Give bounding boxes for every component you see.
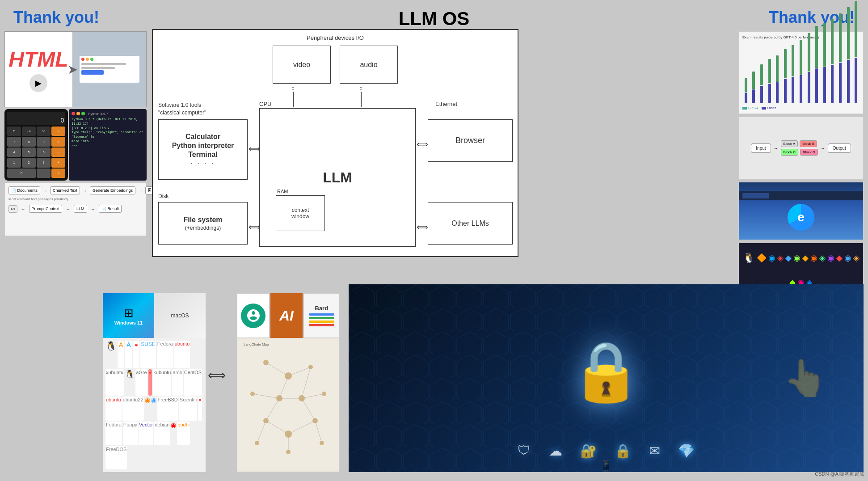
llm-box-small: LLM — [74, 205, 87, 213]
svg-point-25 — [322, 392, 326, 396]
svg-point-24 — [250, 392, 255, 396]
node3: Block C — [781, 149, 799, 156]
svg-point-23 — [286, 450, 291, 454]
rag-diagram: 📄 Documents → Chunked Text → Generate Em… — [4, 182, 147, 236]
dots-item: · · · · — [190, 160, 215, 167]
green-bar-10 — [823, 23, 826, 67]
disk-label: Disk — [158, 193, 169, 199]
llm-to-other-llms-arrow: ⟺ — [417, 222, 428, 232]
terminal-display: Python 3.6.7 Python 3.6.7 (default, Oct … — [69, 109, 147, 181]
svg-point-26 — [255, 441, 259, 445]
win11-label: Windows 11 — [114, 320, 143, 325]
bar-group-5 — [782, 41, 789, 103]
blue-bar-14 — [855, 58, 857, 103]
bar-group-9 — [813, 41, 820, 103]
svg-point-27 — [320, 441, 324, 445]
blue-bar-1 — [752, 89, 755, 103]
csdn-watermark: CSDN @AI架构师易筋 — [815, 471, 864, 477]
chatgpt-box — [237, 293, 270, 338]
software-to-llm-arrow: ⟺ — [249, 144, 260, 154]
right-images-panel: Exam results (ordered by GPT-4.0 perform… — [738, 31, 864, 296]
bar-group-2 — [758, 41, 765, 103]
bar-group-0 — [742, 41, 750, 103]
svg-point-15 — [263, 360, 269, 365]
blue-bar-0 — [745, 93, 747, 103]
blue-bar-4 — [776, 82, 779, 103]
audio-arrow: ↕ — [359, 84, 362, 107]
blue-bar-8 — [808, 72, 810, 103]
input-node: Input — [751, 143, 771, 153]
result-box: 📄 Result — [99, 205, 122, 213]
html-label: HTML — [8, 47, 68, 72]
green-bar-1 — [752, 72, 755, 89]
green-bar-5 — [784, 49, 787, 79]
green-bar-6 — [792, 45, 794, 76]
green-bar-11 — [831, 19, 834, 64]
bottom-os-grid: ⊞ Windows 11 macOS 🐧 A A ● SUSE Fedora u… — [103, 293, 206, 472]
bottom-center-arrow: ⟺ — [208, 368, 226, 383]
green-bar-0 — [745, 78, 747, 92]
langchain-map: LangChain Map — [237, 338, 340, 472]
thank-you-right: Thank you! — [769, 8, 855, 27]
security-image: 🔒 🛡 ☁ 🔐 🔒 ✉ 💎 👆 📱 — [349, 284, 864, 472]
llm-os-diagram: Peripheral devices I/O video audio ↕ ↕ C… — [152, 29, 518, 257]
llm-to-browser-arrow: ⟺ — [417, 139, 428, 149]
bar-group-8 — [805, 41, 813, 103]
ram-box: contextwindow — [276, 195, 325, 231]
file-system-label: File system — [183, 216, 222, 224]
prompt-tag: </> — [8, 205, 17, 213]
svg-text:LangChain Map: LangChain Map — [244, 342, 269, 346]
green-bar-14 — [855, 1, 857, 57]
bard-label: Bard — [315, 305, 329, 312]
html-book-image: HTML ▶ ➤ — [4, 31, 147, 107]
blue-bar-12 — [839, 63, 842, 103]
calculator-terminal-image: 0 C+/-%÷ 789× 456− 123+ 0.= Python 3.6.7 — [4, 109, 147, 181]
blue-bar-6 — [792, 77, 794, 103]
svg-point-18 — [276, 395, 282, 401]
fingerprint-icon: 👆 — [783, 357, 828, 399]
video-arrow: ↕ — [291, 84, 295, 107]
blue-bar-3 — [768, 84, 771, 103]
bar-group-13 — [845, 41, 852, 103]
docs-box: 📄 Documents — [8, 186, 40, 194]
security-icons-row: 🛡 ☁ 🔐 🔒 ✉ 💎 — [518, 443, 695, 459]
terminal-item: Terminal — [188, 151, 218, 159]
chart-title: Exam results (ordered by GPT-4.0 perform… — [742, 35, 860, 39]
blue-bar-11 — [831, 65, 834, 103]
svg-point-17 — [308, 365, 313, 369]
green-bar-13 — [847, 7, 850, 59]
green-bar-7 — [800, 40, 802, 75]
edge-logo: e — [788, 204, 814, 231]
page-title: LLM OS — [399, 8, 470, 30]
embeddings-box: Generate Embeddings — [90, 186, 135, 194]
exam-chart: Exam results (ordered by GPT-4.0 perform… — [738, 31, 864, 114]
green-bar-8 — [808, 33, 810, 72]
peripheral-label: Peripheral devices I/O — [307, 34, 364, 41]
calculator-display: 0 C+/-%÷ 789× 456− 123+ 0.= — [4, 109, 68, 181]
svg-point-22 — [285, 430, 292, 438]
bar-group-12 — [837, 41, 844, 103]
blue-bar-10 — [823, 67, 826, 103]
green-bar-3 — [768, 59, 771, 84]
anthropic-box: AI — [270, 293, 302, 338]
video-box: video — [273, 46, 331, 84]
bard-box: Bard — [303, 293, 340, 338]
edge-browser-image: e — [738, 182, 864, 240]
output-node: Output — [828, 143, 851, 153]
left-images-panel: HTML ▶ ➤ 0 C+/-%÷ 789× 456 — [4, 31, 147, 236]
green-bar-12 — [839, 13, 842, 62]
ram-content: contextwindow — [291, 207, 309, 219]
node4: Block D — [800, 149, 818, 156]
bar-group-10 — [821, 41, 828, 103]
main-content: LLM OS Thank you! Thank you! HTML ▶ ➤ — [0, 0, 868, 481]
disk-box: File system (+embeddings) — [158, 202, 248, 245]
hand-phone: 📱 — [599, 460, 613, 472]
file-system-sub: (+embeddings) — [185, 225, 221, 231]
ram-label: RAM — [277, 189, 288, 194]
bar-group-6 — [790, 41, 797, 103]
software-label: Software 1.0 tools "classical computer" — [158, 101, 206, 117]
thank-you-left: Thank you! — [13, 8, 99, 27]
audio-box: audio — [340, 46, 398, 84]
blue-bar-9 — [815, 68, 818, 103]
svg-point-16 — [285, 372, 292, 380]
